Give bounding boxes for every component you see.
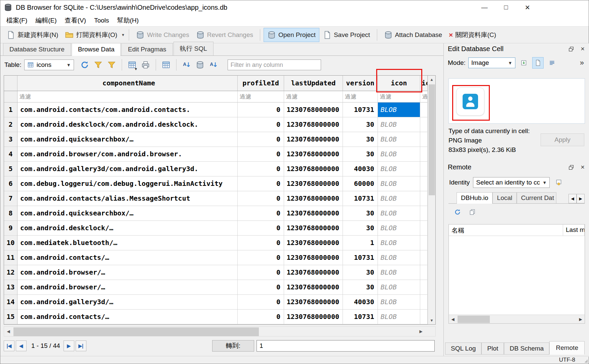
save-project-button[interactable]: Save Project <box>319 28 374 42</box>
cell-icon[interactable]: BLOB <box>378 280 420 295</box>
menu-edit[interactable]: 編輯(E) <box>31 14 61 27</box>
remote-clone-button[interactable] <box>467 206 478 218</box>
goto-record-input[interactable] <box>257 340 435 352</box>
cell-profileId[interactable]: 0 <box>238 265 284 280</box>
cell-extra[interactable] <box>420 191 428 206</box>
refresh-button[interactable] <box>79 59 91 71</box>
cell-lastUpdated[interactable]: 1230768000000 <box>284 191 343 206</box>
cell-extra[interactable] <box>420 280 428 295</box>
cell-componentName[interactable]: com.android.browser/… <box>17 265 238 280</box>
cell-icon[interactable]: BLOB <box>378 117 420 132</box>
cell-extra[interactable] <box>420 147 428 162</box>
filter-profileId[interactable]: 過濾 <box>238 91 284 103</box>
close-panel-icon[interactable]: × <box>579 45 587 53</box>
cell-extra[interactable] <box>420 310 428 324</box>
cell-componentName[interactable]: com.android.contacts/com.android.contact… <box>17 103 238 117</box>
cell-version[interactable]: 30 <box>343 147 378 162</box>
table-row[interactable]: 11 com.android.contacts/… 0 123076800000… <box>4 250 428 265</box>
row-number[interactable]: 11 <box>4 250 17 265</box>
cell-icon[interactable]: BLOB <box>378 310 420 324</box>
cell-version[interactable]: 10731 <box>343 103 378 117</box>
filter-componentName[interactable]: 過濾 <box>17 91 238 103</box>
table-row[interactable]: 15 com.android.contacts/… 0 123076800000… <box>4 310 428 324</box>
cell-version[interactable]: 30 <box>343 265 378 280</box>
open-project-button[interactable]: Open Project <box>264 28 319 42</box>
row-number[interactable]: 13 <box>4 280 17 295</box>
cell-lastUpdated[interactable]: 1230768000000 <box>284 250 343 265</box>
cell-extra[interactable] <box>420 176 428 191</box>
table-row[interactable]: 3 com.android.quicksearchbox/… 0 1230768… <box>4 132 428 147</box>
cell-version[interactable]: 60000 <box>343 176 378 191</box>
row-number[interactable]: 7 <box>4 191 17 206</box>
filter-icon-column[interactable]: 過濾 <box>378 91 420 103</box>
cell-icon[interactable]: BLOB <box>378 221 420 236</box>
cell-extra[interactable] <box>420 117 428 132</box>
horizontal-scrollbar[interactable]: ◀ ▶ <box>4 326 436 336</box>
table-row[interactable]: 10 com.mediatek.bluetooth/… 0 1230768000… <box>4 236 428 250</box>
cell-icon[interactable]: BLOB <box>378 295 420 310</box>
cell-profileId[interactable]: 0 <box>238 295 284 310</box>
previous-record-button[interactable]: ◀ <box>16 340 27 351</box>
cell-componentName[interactable]: com.android.gallery3d/com.android.galler… <box>17 162 238 176</box>
delete-record-button[interactable] <box>160 59 172 71</box>
row-number[interactable]: 3 <box>4 132 17 147</box>
cell-version[interactable]: 30 <box>343 206 378 221</box>
cell-componentName[interactable]: com.mediatek.bluetooth/… <box>17 236 238 250</box>
cell-lastUpdated[interactable]: 1230768000000 <box>284 176 343 191</box>
tab-db-schema[interactable]: DB Schema <box>504 342 549 355</box>
cell-icon[interactable]: BLOB <box>378 265 420 280</box>
close-database-button[interactable]: × 關閉資料庫(C) <box>445 28 500 42</box>
filter-lastUpdated[interactable]: 過濾 <box>284 91 343 103</box>
column-header-version[interactable]: version <box>343 76 378 91</box>
table-row[interactable]: 9 com.android.deskclock/… 0 123076800000… <box>4 221 428 236</box>
print-button[interactable] <box>140 59 152 71</box>
cell-componentName[interactable]: com.android.deskclock/… <box>17 221 238 236</box>
apply-button[interactable]: Apply <box>541 133 584 146</box>
table-row[interactable]: 6 com.debug.loggerui/com.debug.loggerui.… <box>4 176 428 191</box>
open-database-button[interactable]: 打開資料庫(O) <box>62 28 120 42</box>
next-record-button[interactable]: ▶ <box>64 340 74 351</box>
cell-componentName[interactable]: com.android.contacts/alias.MessageShortc… <box>17 191 238 206</box>
cell-icon[interactable]: BLOB <box>378 162 420 176</box>
column-header-componentName[interactable]: componentName <box>17 76 238 91</box>
cell-extra[interactable] <box>420 265 428 280</box>
row-number[interactable]: 12 <box>4 265 17 280</box>
cell-extra[interactable] <box>420 221 428 236</box>
scroll-left-icon[interactable]: ◀ <box>449 315 457 323</box>
cell-componentName[interactable]: com.android.contacts/… <box>17 250 238 265</box>
cell-profileId[interactable]: 0 <box>238 206 284 221</box>
cell-lastUpdated[interactable]: 1230768000000 <box>284 295 343 310</box>
menu-tools[interactable]: Tools <box>90 15 113 26</box>
tab-scroll-left-icon[interactable]: ◀ <box>568 194 577 203</box>
tab-remote[interactable]: Remote <box>549 341 585 355</box>
cell-profileId[interactable]: 0 <box>238 236 284 250</box>
cell-profileId[interactable]: 0 <box>238 176 284 191</box>
cell-profileId[interactable]: 0 <box>238 162 284 176</box>
mode-select[interactable]: Image ▼ <box>468 57 515 68</box>
import-certificate-button[interactable] <box>553 177 564 188</box>
float-panel-icon[interactable] <box>567 45 575 53</box>
cell-icon[interactable]: BLOB <box>378 103 420 117</box>
table-row[interactable]: 13 com.android.browser/… 0 1230768000000… <box>4 280 428 295</box>
remote-scroll-thumb[interactable] <box>458 316 490 323</box>
cell-componentName[interactable]: com.android.contacts/… <box>17 310 238 324</box>
cell-lastUpdated[interactable]: 1230768000000 <box>284 221 343 236</box>
cell-icon[interactable]: BLOB <box>378 147 420 162</box>
cell-icon[interactable]: BLOB <box>378 132 420 147</box>
cell-extra[interactable] <box>420 295 428 310</box>
cell-version[interactable]: 1 <box>343 236 378 250</box>
column-header-partial[interactable]: ic <box>420 76 428 91</box>
cell-profileId[interactable]: 0 <box>238 310 284 324</box>
menu-help[interactable]: 幫助(H) <box>113 14 143 27</box>
row-number[interactable]: 14 <box>4 295 17 310</box>
scroll-left-icon[interactable]: ◀ <box>4 327 13 336</box>
cell-lastUpdated[interactable]: 1230768000000 <box>284 162 343 176</box>
filter-partial[interactable]: 過濾 <box>420 91 428 103</box>
remote-column-name[interactable]: 名稱 <box>449 225 563 236</box>
cell-extra[interactable] <box>420 236 428 250</box>
tab-dbhub[interactable]: DBHub.io <box>457 192 493 204</box>
row-number[interactable]: 9 <box>4 221 17 236</box>
menu-view[interactable]: 查看(V) <box>61 14 90 27</box>
row-number[interactable]: 6 <box>4 176 17 191</box>
scroll-right-icon[interactable]: ▶ <box>417 327 425 336</box>
